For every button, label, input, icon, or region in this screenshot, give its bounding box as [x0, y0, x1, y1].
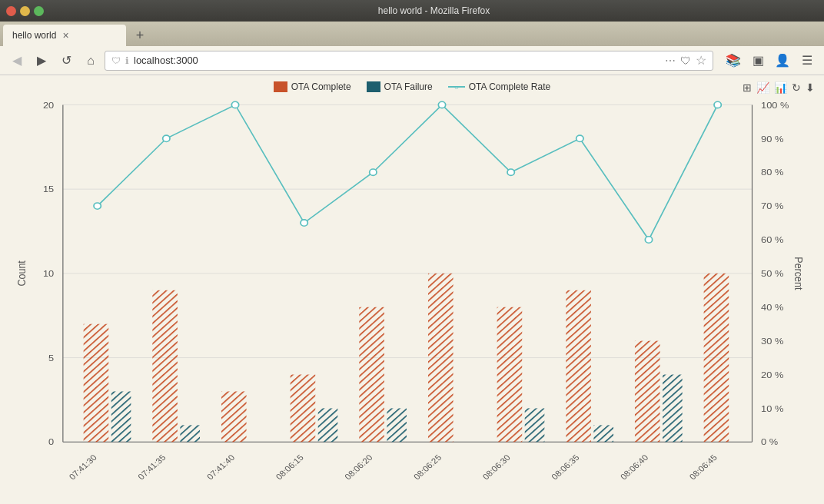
window-title: hello world - Mozilla Firefox [50, 5, 818, 16]
svg-text:10: 10 [43, 269, 54, 279]
titlebar: hello world - Mozilla Firefox [0, 0, 824, 22]
svg-text:Count: Count [15, 260, 28, 287]
chart-toolbar: ⊞ 📈 📊 ↻ ⬇ [743, 81, 815, 94]
legend-rate-label: OTA Complete Rate [469, 81, 551, 92]
bar-chart-icon[interactable]: 📊 [774, 81, 787, 94]
legend-ota-failure: OTA Failure [367, 81, 433, 92]
content-area: ⊞ 📈 📊 ↻ ⬇ OTA Complete OTA Failure OTA C… [0, 75, 824, 504]
svg-text:08:06:40: 08:06:40 [619, 453, 650, 482]
svg-text:70 %: 70 % [761, 201, 783, 211]
svg-text:Percent: Percent [792, 257, 805, 290]
bar-complete-6 [497, 307, 523, 443]
rate-dot-5 [438, 101, 445, 108]
legend-rate-line [448, 86, 465, 88]
bar-complete-4 [359, 307, 384, 443]
svg-text:20 %: 20 % [761, 370, 783, 380]
bar-complete-9 [704, 274, 729, 442]
close-window-button[interactable] [6, 6, 16, 16]
address-bar[interactable]: 🛡 ℹ localhost:3000 ⋯ 🛡 ☆ [105, 51, 713, 71]
line-chart-icon[interactable]: 📈 [756, 81, 769, 94]
url-display: localhost:3000 [134, 55, 660, 66]
window-controls [6, 6, 44, 16]
legend-ota-rate: OTA Complete Rate [448, 81, 551, 92]
svg-text:15: 15 [43, 184, 54, 194]
forward-button[interactable]: ▶ [31, 50, 52, 71]
rate-line [98, 104, 718, 240]
shield-icon: 🛡 [680, 55, 691, 67]
svg-text:90 %: 90 % [761, 134, 783, 144]
svg-text:60 %: 60 % [761, 235, 783, 245]
table-icon[interactable]: ⊞ [743, 81, 752, 94]
rate-dot-3 [301, 220, 307, 226]
rate-dot-8 [645, 237, 652, 243]
svg-text:0: 0 [48, 437, 54, 447]
security-icon: 🛡 [111, 55, 121, 66]
rate-dot-2 [231, 101, 238, 108]
bar-complete-2 [221, 391, 247, 442]
svg-text:08:06:20: 08:06:20 [343, 453, 374, 482]
bar-complete-0 [84, 324, 109, 443]
bar-complete-1 [152, 290, 178, 442]
svg-text:07:41:40: 07:41:40 [205, 453, 237, 482]
bar-failure-7 [593, 425, 613, 442]
legend-failure-label: OTA Failure [384, 81, 433, 92]
svg-text:100 %: 100 % [761, 100, 789, 110]
bar-failure-6 [525, 408, 545, 442]
bar-failure-4 [387, 408, 407, 442]
profile-icon[interactable]: 👤 [772, 50, 793, 71]
back-button[interactable]: ◀ [6, 50, 28, 71]
rate-dot-4 [370, 169, 377, 175]
svg-text:08:06:15: 08:06:15 [274, 453, 305, 482]
bar-complete-8 [635, 341, 660, 443]
chart-container: ⊞ 📈 📊 ↻ ⬇ OTA Complete OTA Failure OTA C… [9, 81, 815, 498]
svg-text:08:06:30: 08:06:30 [480, 453, 512, 482]
rate-dot-7 [576, 135, 583, 141]
rate-dot-9 [714, 101, 721, 108]
svg-text:50 %: 50 % [761, 269, 783, 279]
tab-close-button[interactable]: × [62, 29, 68, 41]
bar-complete-3 [291, 375, 316, 443]
svg-text:5: 5 [48, 353, 54, 363]
tab-label: hello world [12, 30, 56, 41]
bar-failure-8 [663, 375, 683, 443]
refresh-icon[interactable]: ↻ [792, 81, 801, 94]
legend-ota-complete: OTA Complete [274, 81, 351, 92]
navbar: ◀ ▶ ↺ ⌂ 🛡 ℹ localhost:3000 ⋯ 🛡 ☆ 📚 ▣ 👤 ☰ [0, 46, 824, 75]
legend-complete-label: OTA Complete [291, 81, 351, 92]
svg-text:10 %: 10 % [761, 403, 783, 413]
svg-text:30 %: 30 % [761, 336, 783, 346]
info-icon: ℹ [125, 55, 129, 66]
minimize-window-button[interactable] [20, 6, 30, 16]
svg-text:08:06:25: 08:06:25 [412, 453, 444, 482]
download-icon[interactable]: ⬇ [806, 81, 815, 94]
legend-complete-color [274, 81, 287, 92]
bar-failure-3 [318, 408, 338, 442]
home-button[interactable]: ⌂ [80, 50, 101, 71]
legend-failure-color [367, 81, 380, 92]
chart-svg: 0 5 10 15 20 0 % 10 % 20 % 30 % 40 % 50 … [9, 97, 815, 490]
hamburger-menu[interactable]: ☰ [796, 50, 818, 71]
svg-text:08:06:35: 08:06:35 [550, 453, 581, 482]
tabbar: hello world × + [0, 22, 824, 46]
svg-text:0 %: 0 % [761, 437, 778, 447]
bar-failure-0 [111, 391, 131, 442]
svg-text:07:41:35: 07:41:35 [136, 453, 168, 482]
svg-text:40 %: 40 % [761, 303, 783, 313]
history-icon[interactable]: 📚 [723, 50, 744, 71]
browser-tab[interactable]: hello world × [3, 25, 126, 46]
new-tab-button[interactable]: + [129, 25, 151, 46]
rate-dot-6 [507, 169, 514, 175]
rate-dot-1 [163, 135, 170, 141]
svg-text:08:06:45: 08:06:45 [687, 453, 719, 482]
reload-button[interactable]: ↺ [55, 50, 77, 71]
sidebar-toggle[interactable]: ▣ [747, 50, 769, 71]
bar-complete-7 [566, 290, 591, 442]
svg-text:80 %: 80 % [761, 167, 783, 177]
maximize-window-button[interactable] [34, 6, 44, 16]
svg-text:20: 20 [43, 100, 54, 110]
bookmark-button[interactable]: ☆ [696, 53, 706, 68]
more-button[interactable]: ⋯ [665, 55, 676, 67]
bar-complete-5 [428, 274, 454, 442]
nav-icons-right: 📚 ▣ 👤 ☰ [723, 50, 818, 71]
rate-dot-0 [94, 203, 101, 209]
